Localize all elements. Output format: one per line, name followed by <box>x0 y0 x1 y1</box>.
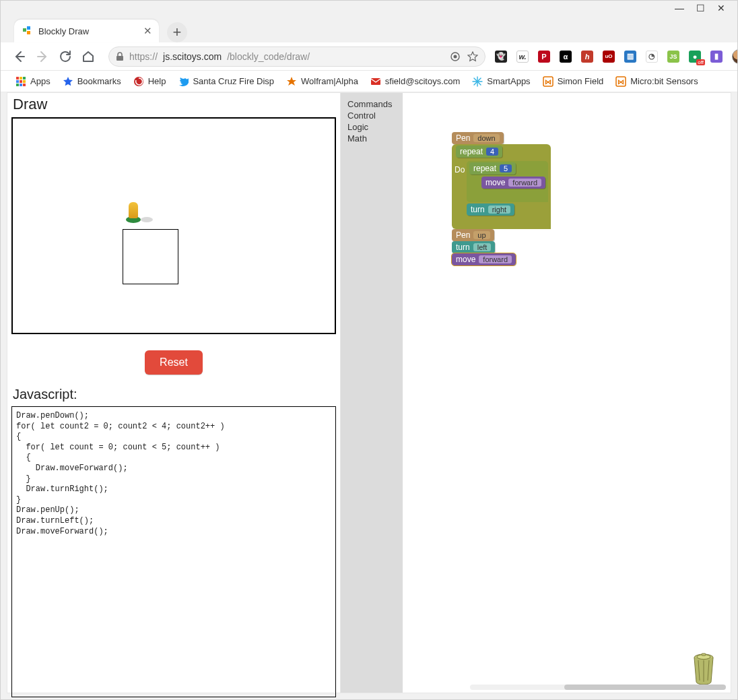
browser-tab[interactable]: Blockly Draw ✕ <box>14 20 159 42</box>
svg-rect-7 <box>20 77 22 79</box>
bookmark-sfield[interactable]: sfield@scitoys.com <box>370 76 460 87</box>
ext-weather-icon[interactable]: ▥ <box>624 51 636 63</box>
bookmark-simon[interactable]: ⋈ Simon Field <box>543 76 604 87</box>
toolbox-category-control[interactable]: Control <box>346 110 397 121</box>
window-close-button[interactable]: ✕ <box>717 3 725 13</box>
block-turn-left[interactable]: turnleft <box>452 241 495 253</box>
ext-pinterest-icon[interactable]: P <box>538 51 550 63</box>
twitter-icon <box>178 76 189 87</box>
svg-rect-3 <box>116 56 123 61</box>
bookmark-star-icon[interactable] <box>467 51 478 62</box>
drawn-square <box>123 229 178 284</box>
svg-rect-6 <box>16 77 19 79</box>
reset-button[interactable]: Reset <box>145 350 203 375</box>
ext-bar-icon[interactable]: ▮ <box>710 51 723 63</box>
svg-rect-14 <box>23 84 26 86</box>
tab-close-button[interactable]: ✕ <box>143 25 152 37</box>
swirl-icon <box>133 76 144 87</box>
toolbox-category-math[interactable]: Math <box>346 133 397 144</box>
back-button[interactable] <box>13 50 26 63</box>
toolbox-category-commands[interactable]: Commands <box>346 98 397 110</box>
svg-rect-10 <box>20 80 22 83</box>
code-output: Draw.penDown(); for( let count2 = 0; cou… <box>11 406 336 697</box>
blockly-toolbox: Commands Control Logic Math <box>341 93 403 693</box>
brackets-icon: ⋈ <box>543 76 554 87</box>
block-pen-down[interactable]: Pendown <box>452 132 504 144</box>
block-pen-up[interactable]: Penup <box>452 229 494 241</box>
bookmark-label: SmartApps <box>487 76 530 86</box>
svg-rect-16 <box>371 78 380 85</box>
block-label: Pen <box>456 133 470 143</box>
svg-rect-1 <box>27 26 30 30</box>
block-label: repeat <box>473 164 496 173</box>
new-tab-button[interactable]: + <box>167 22 187 42</box>
block-repeat-outer[interactable]: repeat4 <box>456 146 502 158</box>
toolbox-category-logic[interactable]: Logic <box>346 121 397 133</box>
block-move-forward-inner[interactable]: moveforward <box>481 177 545 189</box>
ext-speed-icon[interactable]: ◔ <box>646 51 658 63</box>
javascript-heading: Javascript: <box>13 387 336 402</box>
ext-alpha-icon[interactable]: α <box>560 51 572 63</box>
forward-button[interactable] <box>36 50 49 63</box>
block-label: turn <box>471 205 485 214</box>
svg-rect-8 <box>23 77 26 79</box>
block-value-4[interactable]: 4 <box>486 148 498 156</box>
block-do-label: Do <box>440 148 450 158</box>
workspace-h-scrollbar[interactable] <box>470 685 717 690</box>
block-label: move <box>456 255 475 264</box>
block-field-left[interactable]: left <box>473 243 492 251</box>
address-bar[interactable]: https://js.scitoys.com/blockly_code/draw… <box>108 46 485 67</box>
bookmark-wolfram[interactable]: Wolfram|Alpha <box>286 76 358 87</box>
block-label: move <box>485 178 505 187</box>
ext-w-icon[interactable]: w. <box>516 51 529 63</box>
reload-button[interactable] <box>59 50 72 63</box>
ext-js-icon[interactable]: JS <box>667 51 679 63</box>
bookmark-help[interactable]: Help <box>133 76 166 87</box>
block-field-up[interactable]: up <box>473 231 490 239</box>
bookmark-label: Simon Field <box>558 76 604 86</box>
trash-can-icon[interactable] <box>690 651 717 685</box>
star-icon <box>63 76 73 87</box>
block-move-forward[interactable]: moveforward <box>452 253 516 265</box>
window-restore-button[interactable]: ☐ <box>696 3 705 13</box>
bookmark-label: Santa Cruz Fire Disp <box>193 76 274 86</box>
bookmark-microbit[interactable]: ⋈ Micro:bit Sensors <box>615 76 698 87</box>
window-minimize-button[interactable]: — <box>675 3 684 13</box>
block-field-forward[interactable]: forward <box>508 179 541 187</box>
lock-icon <box>116 52 124 61</box>
bookmark-label: sfield@scitoys.com <box>385 76 460 86</box>
url-host: js.scitoys.com <box>163 51 222 62</box>
bookmark-label: Wolfram|Alpha <box>301 76 358 86</box>
block-field-down[interactable]: down <box>473 134 499 142</box>
home-button[interactable] <box>81 50 95 63</box>
svg-rect-0 <box>23 28 26 32</box>
bookmark-label: Bookmarks <box>77 76 121 86</box>
block-repeat-inner[interactable]: repeat5 <box>469 162 516 174</box>
ext-ghostery-icon[interactable]: 👻 <box>495 51 507 63</box>
reader-mode-icon[interactable] <box>450 51 461 62</box>
svg-rect-13 <box>20 84 22 86</box>
svg-rect-11 <box>23 80 26 83</box>
svg-rect-30 <box>702 654 706 656</box>
profile-avatar-icon[interactable] <box>732 49 738 64</box>
block-value-5[interactable]: 5 <box>500 164 512 172</box>
block-field-forward[interactable]: forward <box>479 255 512 263</box>
svg-rect-9 <box>16 80 19 83</box>
bookmark-label: Micro:bit Sensors <box>630 76 698 86</box>
draw-canvas[interactable] <box>11 117 336 334</box>
svg-text:⋈: ⋈ <box>617 78 624 86</box>
ext-humble-icon[interactable]: h <box>581 51 593 63</box>
block-label: Pen <box>456 230 470 240</box>
bookmark-smartapps[interactable]: SmartApps <box>472 76 530 87</box>
bookmark-bookmarks[interactable]: Bookmarks <box>63 76 121 87</box>
bookmark-santa-cruz[interactable]: Santa Cruz Fire Disp <box>178 76 274 87</box>
block-label: repeat <box>460 147 483 156</box>
block-field-right[interactable]: right <box>488 205 510 214</box>
ext-ublock-icon[interactable]: uO <box>603 51 615 63</box>
block-do-label: Do <box>455 165 465 174</box>
brackets-icon: ⋈ <box>615 76 626 87</box>
bookmark-label: Help <box>148 76 166 86</box>
block-turn-right[interactable]: turnright <box>467 203 514 216</box>
bookmark-apps[interactable]: Apps <box>15 76 51 87</box>
blockly-workspace[interactable]: Pendown repeat4 Do repeat5 Do moveforwar… <box>403 93 731 693</box>
